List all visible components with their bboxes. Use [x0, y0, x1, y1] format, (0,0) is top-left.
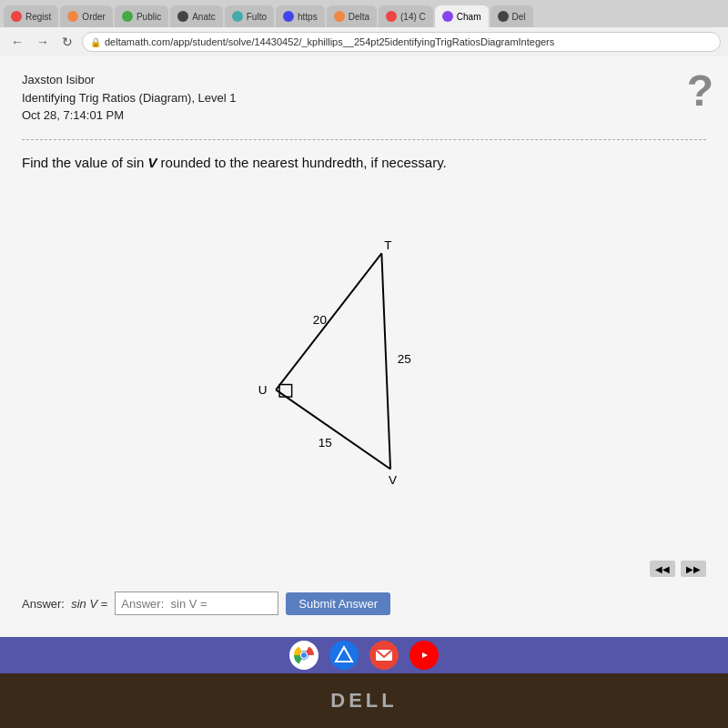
- tab-public[interactable]: Public: [115, 5, 168, 27]
- tab-label-del: Del: [512, 12, 526, 22]
- taskbar-gmail-icon[interactable]: [369, 641, 399, 670]
- tab-icon-delta: [334, 11, 345, 22]
- tab-icon-regist: [11, 11, 22, 22]
- tab-icon-order: [67, 11, 78, 22]
- side-TV: [381, 254, 390, 470]
- tab-icon-cham: [442, 11, 453, 22]
- taskbar: [0, 637, 728, 673]
- tab-icon-https: [283, 11, 294, 22]
- next-button[interactable]: ▶▶: [681, 561, 706, 577]
- tab-icon-public: [122, 11, 133, 22]
- tab-cham[interactable]: Cham: [435, 5, 489, 27]
- answer-row: Answer: sin V = Submit Answer: [22, 581, 706, 622]
- tab-label-https: https: [298, 12, 318, 22]
- tab-label-anatc: Anatc: [192, 12, 216, 22]
- side-TU: [276, 254, 381, 390]
- tab-regist[interactable]: Regist: [4, 5, 58, 27]
- address-bar-row: ← → ↻ 🔒 deltamath.com/app/student/solve/…: [0, 27, 728, 56]
- tab-label-delta: Delta: [349, 12, 369, 22]
- help-icon[interactable]: ?: [687, 66, 713, 116]
- tab-label-regist: Regist: [25, 12, 51, 22]
- refresh-button[interactable]: ↻: [58, 33, 76, 51]
- vertex-V-label: V: [389, 473, 397, 487]
- address-bar[interactable]: 🔒 deltamath.com/app/student/solve/144304…: [82, 32, 721, 52]
- content-area: ? Jaxston Isibor Identifying Trig Ratios…: [0, 56, 728, 637]
- side-UV-length: 15: [318, 437, 332, 450]
- dell-logo: DELL: [330, 689, 397, 713]
- tab-label-public: Public: [136, 12, 161, 22]
- tab-https[interactable]: https: [276, 5, 325, 27]
- assignment-name: Identifying Trig Ratios (Diagram), Level…: [22, 89, 706, 107]
- tab-order[interactable]: Order: [60, 5, 113, 27]
- side-TV-length: 25: [398, 353, 411, 367]
- laptop-bottom: DELL: [0, 673, 728, 728]
- triangle-diagram: T U V 20 25 15: [237, 236, 491, 509]
- tab-icon-anatc: [177, 11, 188, 22]
- taskbar-drive-icon[interactable]: [329, 641, 359, 670]
- tab-14c[interactable]: (14) C: [379, 5, 433, 27]
- right-angle-marker: [279, 385, 292, 398]
- vertex-T-label: T: [384, 239, 391, 253]
- tab-icon-14c: [386, 11, 397, 22]
- tab-del[interactable]: Del: [490, 5, 533, 27]
- page-content: ? Jaxston Isibor Identifying Trig Ratios…: [0, 56, 728, 637]
- tab-label-order: Order: [82, 12, 106, 22]
- submit-button[interactable]: Submit Answer: [286, 592, 390, 615]
- tab-bar: Regist Order Public Anatc Fulto https De…: [0, 0, 728, 27]
- question-header: Jaxston Isibor Identifying Trig Ratios (…: [22, 71, 706, 125]
- tab-delta[interactable]: Delta: [327, 5, 377, 27]
- tab-icon-del: [498, 11, 509, 22]
- diagram-container: T U V 20 25 15: [22, 188, 706, 558]
- tab-fulto[interactable]: Fulto: [225, 5, 274, 27]
- back-button[interactable]: ←: [7, 33, 27, 51]
- taskbar-chrome-icon[interactable]: [289, 641, 318, 670]
- section-divider: [22, 139, 706, 140]
- datetime: Oct 28, 7:14:01 PM: [22, 106, 706, 125]
- forward-button[interactable]: →: [33, 33, 53, 51]
- tab-label-14c: (14) C: [400, 12, 426, 22]
- browser-frame: Regist Order Public Anatc Fulto https De…: [0, 0, 728, 728]
- answer-label: Answer: sin V =: [22, 597, 107, 611]
- student-name: Jaxston Isibor: [22, 71, 706, 89]
- taskbar-youtube-icon[interactable]: [410, 641, 439, 670]
- prev-button[interactable]: ◀◀: [650, 561, 675, 577]
- side-TU-length: 20: [313, 313, 327, 327]
- answer-input[interactable]: [115, 592, 278, 615]
- lock-icon: 🔒: [90, 37, 101, 47]
- tab-label-cham: Cham: [457, 12, 481, 22]
- tab-label-fulto: Fulto: [247, 12, 267, 22]
- bottom-controls: ◀◀ ▶▶: [22, 557, 706, 581]
- side-UV: [276, 390, 390, 470]
- question-text: Find the value of sin V rounded to the n…: [22, 155, 706, 170]
- vertex-U-label: U: [258, 383, 268, 397]
- svg-point-2: [301, 652, 307, 658]
- tab-anatc[interactable]: Anatc: [170, 5, 223, 27]
- tab-icon-fulto: [232, 11, 243, 22]
- url-text: deltamath.com/app/student/solve/14430452…: [105, 36, 554, 47]
- svg-marker-3: [336, 647, 352, 662]
